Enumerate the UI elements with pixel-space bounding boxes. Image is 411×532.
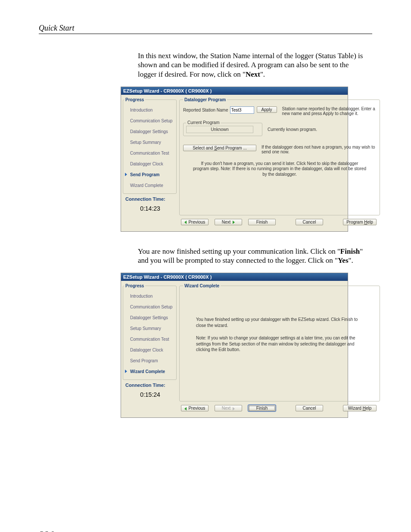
button-bar-2: Previous Next Finish Cancel Wizard Help <box>179 401 380 415</box>
page-header: Quick Start <box>39 24 372 34</box>
previous-button-2[interactable]: Previous <box>181 405 209 411</box>
step-datalogger-clock-2[interactable]: Datalogger Clock <box>124 345 175 355</box>
step-setup-summary-2[interactable]: Setup Summary <box>124 323 175 334</box>
triangle-right-icon-2 <box>233 407 235 411</box>
p2-b2: Yes <box>338 256 349 264</box>
previous-label-2: Previous <box>188 406 205 411</box>
step-introduction-2[interactable]: Introduction <box>124 291 175 302</box>
connection-time-label-2: Connection Time: <box>123 380 177 389</box>
progress-group-2: Progress Introduction Communication Setu… <box>123 283 177 380</box>
p2-t1: You are now finished setting up your com… <box>138 247 340 255</box>
triangle-left-icon <box>184 221 187 224</box>
current-program-value: Unknown <box>186 126 253 133</box>
paragraph-2: You are now finished setting up your com… <box>138 247 368 265</box>
panel-title-2: Wizard Complete <box>183 283 221 288</box>
next-button[interactable]: Next <box>215 219 242 225</box>
step-communication-setup[interactable]: Communication Setup <box>124 115 175 126</box>
station-name-label: Reported Station Name <box>183 108 228 112</box>
connection-time-label: Connection Time: <box>123 194 177 202</box>
triangle-left-icon-2 <box>184 407 187 411</box>
step-communication-test-2[interactable]: Communication Test <box>124 334 175 345</box>
paragraph-1: In this next window, the Station Name in… <box>138 51 368 79</box>
step-setup-summary[interactable]: Setup Summary <box>124 137 175 148</box>
send-program-note: If you don't have a program, you can sen… <box>193 161 367 177</box>
wizard-help-button[interactable]: Wizard Help <box>343 405 377 411</box>
finish-button-2[interactable]: Finish <box>248 405 276 411</box>
window-title-2: EZSetup Wizard - CR9000X ( CR9000X ) <box>121 273 348 281</box>
station-name-help: Station name reported by the datalogger.… <box>280 106 376 116</box>
select-send-suffix: end Program ... <box>217 146 247 150</box>
complete-line-1: You have finished setting up your datalo… <box>196 317 367 328</box>
progress-label-2: Progress <box>124 283 145 288</box>
help2-suffix: elp <box>366 406 371 411</box>
help-prefix: Program <box>346 220 364 224</box>
finish-button[interactable]: Finish <box>248 219 276 225</box>
current-program-label: Current Program <box>186 120 221 125</box>
step-communication-setup-2[interactable]: Communication Setup <box>124 302 175 312</box>
step-introduction[interactable]: Introduction <box>124 105 175 115</box>
wizard-send-program: EZSetup Wizard - CR9000X ( CR9000X ) Pro… <box>121 87 348 232</box>
page-footer: QS-8 <box>39 530 372 532</box>
p1-t2: ". <box>260 70 265 78</box>
wizard-complete: EZSetup Wizard - CR9000X ( CR9000X ) Pro… <box>121 273 348 418</box>
send-program-help: If the datalogger does not have a progra… <box>259 145 376 154</box>
p2-b1: Finish <box>340 247 360 255</box>
current-program-group: Current Program Unknown <box>183 123 262 136</box>
help2-u: H <box>363 406 366 411</box>
step-communication-test[interactable]: Communication Test <box>124 148 175 159</box>
program-help-button[interactable]: Program Help <box>343 219 377 225</box>
progress-group: Progress Introduction Communication Setu… <box>123 97 177 194</box>
cancel-button[interactable]: Cancel <box>296 219 323 225</box>
step-wizard-complete-2[interactable]: Wizard Complete <box>124 366 175 377</box>
datalogger-program-group: Datalogger Program Reported Station Name… <box>179 97 380 215</box>
help-u: H <box>364 220 367 224</box>
wizard-complete-group: Wizard Complete You have finished settin… <box>179 283 380 401</box>
step-datalogger-settings-2[interactable]: Datalogger Settings <box>124 312 175 323</box>
station-name-input[interactable] <box>230 106 254 114</box>
p2-t3: ". <box>349 256 353 264</box>
cancel-button-2[interactable]: Cancel <box>296 405 323 411</box>
next-label-2: Next <box>222 406 231 411</box>
step-send-program[interactable]: Send Program <box>124 169 175 180</box>
complete-line-2: Note: If you wish to change your datalog… <box>196 335 367 353</box>
step-datalogger-clock[interactable]: Datalogger Clock <box>124 159 175 169</box>
triangle-right-icon <box>233 221 235 224</box>
previous-button[interactable]: Previous <box>181 219 209 225</box>
help-suffix: elp <box>367 220 373 224</box>
next-button-2: Next <box>215 405 242 411</box>
step-send-program-2[interactable]: Send Program <box>124 355 175 366</box>
p1-b1: Next <box>246 70 260 78</box>
next-label: Next <box>222 220 231 224</box>
select-send-prefix: Select and <box>193 146 214 150</box>
step-wizard-complete[interactable]: Wizard Complete <box>124 180 175 191</box>
button-bar: Previous Next Finish Cancel Program Help <box>179 215 380 229</box>
connection-time-value-2: 0:15:24 <box>123 389 177 399</box>
window-title: EZSetup Wizard - CR9000X ( CR9000X ) <box>121 87 348 95</box>
connection-time-value: 0:14:23 <box>123 202 177 213</box>
select-send-u: S <box>214 146 217 150</box>
apply-button[interactable]: Apply <box>257 106 277 113</box>
panel-title: Datalogger Program <box>183 97 227 102</box>
step-datalogger-settings[interactable]: Datalogger Settings <box>124 126 175 137</box>
progress-label: Progress <box>124 97 145 102</box>
current-program-help: Currently known program. <box>265 123 376 132</box>
previous-label: Previous <box>188 220 205 224</box>
help2-prefix: Wizard <box>348 406 363 411</box>
select-send-program-button[interactable]: Select and Send Program ... <box>183 145 256 151</box>
